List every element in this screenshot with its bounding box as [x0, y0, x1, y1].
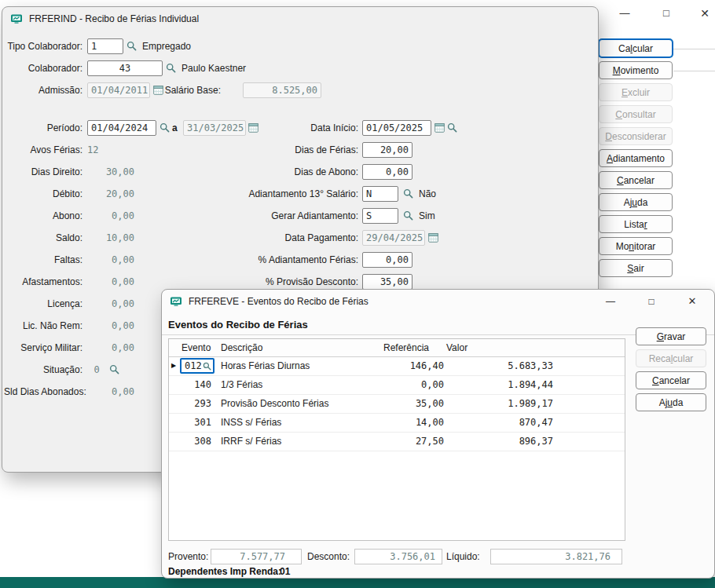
- movimento-button[interactable]: Movimento: [599, 61, 673, 79]
- colaborador-description: Paulo Kaestner: [182, 60, 246, 76]
- data-inicio-field[interactable]: 01/05/2025: [362, 120, 431, 136]
- admissao-label: Admissão:: [4, 82, 82, 98]
- consultar-button: Consultar: [599, 105, 673, 123]
- app-icon: [10, 13, 23, 25]
- table-row[interactable]: 140 1/3 Férias 0,00 1.894,44: [169, 375, 625, 395]
- col-header-valor: Valor: [446, 339, 468, 356]
- cell-valor: 1.989,17: [475, 394, 553, 413]
- adiantamento-13-lookup-icon[interactable]: [403, 188, 413, 199]
- data-inicio-lookup-icon[interactable]: [447, 122, 457, 133]
- situacao-value: 0: [87, 362, 106, 378]
- frfereve-minimize-button[interactable]: —: [593, 290, 628, 313]
- data-pagamento-label: Data Pagamento:: [204, 230, 358, 246]
- excluir-button: Excluir: [599, 83, 673, 101]
- tipo-colaborador-lookup-icon[interactable]: [126, 41, 137, 51]
- cell-descricao: IRRF s/ Férias: [221, 432, 281, 451]
- saldo-value: 10,00: [87, 230, 134, 246]
- evento-lookup-icon[interactable]: [203, 362, 211, 371]
- adiantamento-button[interactable]: Adiantamento: [599, 149, 673, 167]
- periodo-from-field[interactable]: 01/04/2024: [87, 120, 156, 136]
- afastamentos-label: Afastamentos:: [4, 274, 82, 290]
- adiantamento-13-description: Não: [419, 186, 436, 202]
- calcular-button[interactable]: Calcular: [599, 39, 673, 57]
- periodo-label: Período:: [4, 120, 82, 136]
- licenca-value: 0,00: [87, 296, 134, 312]
- col-header-evento: Evento: [182, 339, 211, 356]
- table-row-selected[interactable]: ▶ 012 Horas Férias Diurnas 146,40 5.683,…: [169, 356, 625, 376]
- abono-label: Abono:: [4, 208, 82, 224]
- admissao-value: 01/04/2011: [87, 82, 150, 98]
- col-header-descricao: Descrição: [221, 339, 262, 356]
- frfereve-close-button[interactable]: ✕: [675, 290, 710, 313]
- situacao-lookup-icon[interactable]: [109, 364, 119, 374]
- provento-value: 7.577,77: [211, 549, 302, 564]
- colaborador-label: Colaborador:: [4, 60, 82, 76]
- abono-value: 0,00: [87, 208, 134, 224]
- ajuda-button-eventos[interactable]: Ajuda: [636, 393, 706, 411]
- salario-base-label: Salário Base:: [160, 82, 221, 98]
- cell-valor: 1.894,44: [475, 375, 553, 394]
- gravar-button[interactable]: Gravar: [636, 327, 706, 345]
- perc-adiantamento-ferias-field[interactable]: 0,00: [362, 252, 412, 268]
- desktop: — □ ✕ Calcular Movimento Excluir Consult…: [0, 0, 715, 588]
- dias-de-ferias-field[interactable]: 20,00: [362, 142, 412, 158]
- background-divider: [673, 71, 715, 71]
- cell-evento: 293: [182, 394, 211, 413]
- cell-valor: 870,47: [475, 413, 553, 432]
- situacao-label: Situação:: [4, 362, 82, 378]
- data-pagamento-value: 29/04/2025: [362, 230, 425, 246]
- table-row[interactable]: 301 INSS s/ Férias 14,00 870,47: [169, 413, 625, 433]
- data-inicio-label: Data Início:: [280, 120, 358, 136]
- gerar-adiantamento-label: Gerar Adiantamento:: [204, 208, 358, 224]
- cancelar-button[interactable]: Cancelar: [599, 171, 673, 189]
- data-inicio-calendar-icon[interactable]: [434, 122, 445, 133]
- frferind-titlebar[interactable]: FRFERIND - Recibo de Férias Individual: [2, 7, 598, 31]
- perc-provisao-desconto-field[interactable]: 35,00: [362, 274, 412, 290]
- servico-militar-label: Serviço Militar:: [4, 340, 82, 356]
- dias-de-abono-field[interactable]: 0,00: [362, 164, 412, 180]
- frfereve-maximize-button[interactable]: □: [634, 290, 669, 313]
- afastamentos-value: 0,00: [87, 274, 134, 290]
- dependentes-value: 01: [280, 566, 290, 578]
- perc-adiantamento-ferias-label: % Adiantamento Férias:: [204, 252, 358, 268]
- app-maximize-button[interactable]: □: [649, 3, 684, 24]
- cancelar-button-eventos[interactable]: Cancelar: [636, 371, 706, 389]
- recalcular-button: Recalcular: [636, 349, 706, 367]
- data-pagamento-calendar-icon: [428, 232, 438, 243]
- gerar-adiantamento-lookup-icon[interactable]: [403, 210, 413, 221]
- app-close-button[interactable]: ✕: [688, 3, 715, 24]
- sair-button[interactable]: Sair: [599, 259, 673, 277]
- table-row[interactable]: 308 IRRF s/ Férias 27,50 896,37: [169, 432, 625, 451]
- tipo-colaborador-field[interactable]: 1: [87, 38, 123, 54]
- colaborador-lookup-icon[interactable]: [166, 63, 176, 73]
- sld-dias-abonados-label: Sld Dias Abonados:: [4, 384, 82, 400]
- evento-cell-editor[interactable]: 012: [180, 358, 214, 374]
- window-title: FRFERIND - Recibo de Férias Individual: [29, 13, 199, 24]
- frfereve-titlebar[interactable]: FRFEREVE - Eventos do Recibo de Férias: [162, 290, 714, 313]
- listar-button[interactable]: Listar: [599, 215, 673, 233]
- table-row[interactable]: 293 Provisão Desconto Férias 35,00 1.989…: [169, 394, 625, 414]
- cell-referencia: 35,00: [365, 394, 444, 413]
- gerar-adiantamento-field[interactable]: S: [362, 208, 398, 224]
- colaborador-field[interactable]: 43: [87, 60, 163, 76]
- adiantamento-13-salario-field[interactable]: N: [362, 186, 398, 202]
- cell-evento: 308: [182, 432, 211, 451]
- lic-nao-rem-value: 0,00: [87, 318, 134, 334]
- tipo-colaborador-label: Tipo Colaborador:: [4, 38, 82, 54]
- app-minimize-button[interactable]: —: [607, 3, 642, 24]
- monitorar-button[interactable]: Monitorar: [599, 237, 673, 255]
- ajuda-button[interactable]: Ajuda: [599, 193, 673, 211]
- periodo-lookup-icon[interactable]: [160, 122, 170, 133]
- provento-label: Provento:: [168, 549, 209, 564]
- cell-evento: 301: [182, 413, 211, 432]
- col-header-referencia: Referência: [383, 339, 429, 356]
- app-icon: [170, 295, 182, 308]
- heading-divider: [162, 334, 714, 335]
- cell-valor: 896,37: [475, 432, 553, 451]
- events-heading: Eventos do Recibo de Férias: [168, 319, 308, 331]
- cell-descricao: INSS s/ Férias: [221, 413, 281, 432]
- periodo-to-calendar-icon: [248, 122, 258, 133]
- liquido-value: 3.821,76: [490, 549, 622, 564]
- desconsiderar-button: Desconsiderar: [599, 127, 673, 145]
- periodo-to-value: 31/03/2025: [183, 120, 246, 136]
